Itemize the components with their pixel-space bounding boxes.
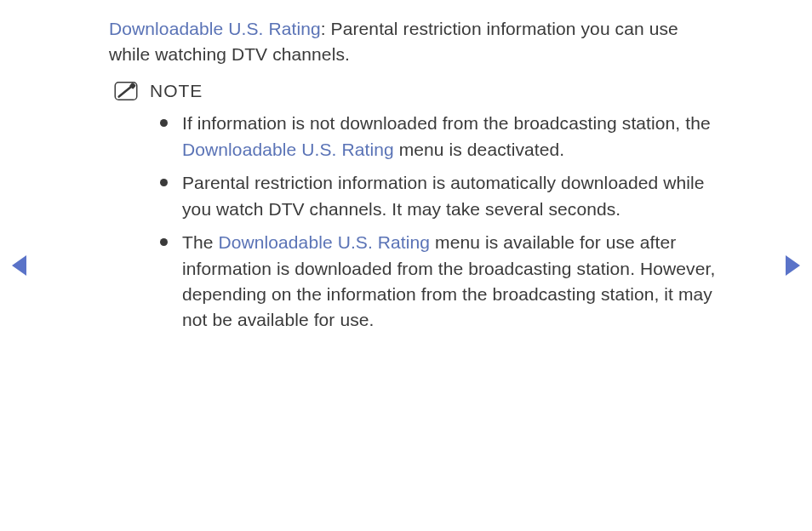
bullet-text-post: menu is deactivated. — [394, 140, 565, 159]
content-block: Downloadable U.S. Rating: Parental restr… — [109, 16, 718, 341]
bullet-text-link: Downloadable U.S. Rating — [218, 232, 430, 252]
prev-page-arrow-icon[interactable] — [12, 255, 26, 276]
note-label: NOTE — [150, 78, 203, 104]
bullet-text-pre: The — [182, 232, 218, 252]
next-page-arrow-icon[interactable] — [786, 255, 800, 276]
note-icon — [114, 81, 138, 101]
intro-paragraph: Downloadable U.S. Rating: Parental restr… — [109, 16, 718, 68]
list-item: If information is not downloaded from th… — [160, 111, 718, 163]
bullet-text-pre: Parental restriction information is auto… — [182, 173, 705, 218]
bullet-text-pre: If information is not downloaded from th… — [182, 113, 711, 133]
intro-title-link: Downloadable U.S. Rating — [109, 19, 321, 38]
page: Downloadable U.S. Rating: Parental restr… — [0, 0, 812, 531]
list-item: The Downloadable U.S. Rating menu is ava… — [160, 230, 718, 334]
bullet-list: If information is not downloaded from th… — [160, 111, 718, 334]
intro-separator: : — [321, 19, 331, 38]
list-item: Parental restriction information is auto… — [160, 170, 718, 222]
bullet-text-link: Downloadable U.S. Rating — [182, 140, 394, 159]
note-row: NOTE — [114, 78, 718, 104]
